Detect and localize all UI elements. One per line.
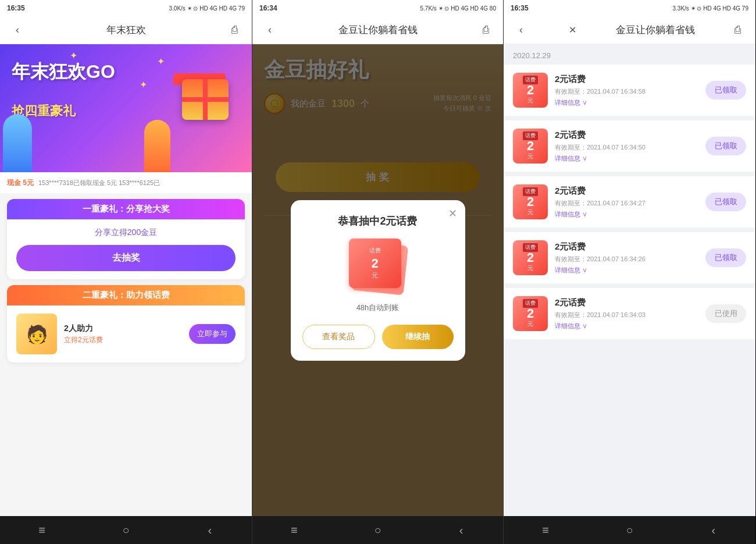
coupon-amount-2: 2 [527, 195, 534, 208]
modal-box: ✕ 恭喜抽中2元话费 话费 2 元 48h自动到账 查看奖品 继续抽 [291, 200, 465, 361]
coupon-list: 话费 2 元 2元话费 有效期至：2021.04.07 16:34:58 详细信… [504, 65, 755, 339]
coupon-expire-1: 有效期至：2021.04.07 16:34:50 [555, 143, 698, 152]
back-nav-icon-2[interactable]: ‹ [451, 524, 472, 537]
coupon-status-1: 已领取 [705, 137, 746, 155]
page-title-3: 金豆让你躺着省钱 [616, 23, 695, 37]
coupon-amount-0: 2 [527, 84, 534, 97]
coupon-card-3[interactable]: 话费 2 元 2元话费 有效期至：2021.04.07 16:34:26 详细信… [504, 232, 755, 283]
nav-bar-1: ‹ 年末狂欢 ⎙ [0, 16, 252, 44]
coupon-info-1: 2元话费 有效期至：2021.04.07 16:34:50 详细信息 ∨ [555, 130, 698, 163]
card-header-1: 一重豪礼：分享抢大奖 [7, 199, 245, 219]
status-bar-3: 16:35 3.3K/s ✶ ⊙ HD 4G HD 4G 79 [504, 0, 755, 16]
back-nav-icon-3[interactable]: ‹ [703, 524, 724, 537]
coupon-title-0: 2元话费 [555, 74, 698, 85]
coupon-card-2[interactable]: 话费 2 元 2元话费 有效期至：2021.04.07 16:34:27 详细信… [504, 176, 755, 227]
prize-card-label: 话费 [369, 247, 381, 255]
person-right [144, 120, 170, 172]
coupon-status-3: 已领取 [705, 248, 746, 267]
home-icon-2[interactable]: ○ [367, 524, 388, 537]
view-prize-button[interactable]: 查看奖品 [302, 325, 375, 349]
coupon-expire-0: 有效期至：2021.04.07 16:34:58 [555, 87, 698, 96]
card-section-2: 二重豪礼：助力领话费 🧑 2人助力 立得2元话费 立即参与 [7, 285, 245, 362]
coupon-unit-2: 元 [527, 208, 533, 216]
home-icon-1[interactable]: ○ [115, 524, 136, 537]
coupon-icon-3: 话费 2 元 [513, 240, 548, 275]
coupon-icon-4: 话费 2 元 [513, 296, 548, 331]
box-body [182, 79, 229, 120]
coupon-title-2: 2元话费 [555, 186, 698, 197]
menu-icon-2[interactable]: ≡ [284, 524, 305, 537]
coupon-detail-3[interactable]: 详细信息 ∨ [555, 266, 698, 275]
coupon-amount-1: 2 [527, 140, 534, 152]
coupon-unit-1: 元 [527, 152, 533, 161]
card-body-2: 🧑 2人助力 立得2元话费 立即参与 [7, 305, 245, 362]
auto-account-text: 48h自动到账 [302, 303, 454, 313]
back-icon-1[interactable]: ‹ [9, 24, 26, 36]
banner-text-main: 年末狂欢GO [12, 61, 115, 83]
status-time-2: 16:34 [259, 4, 277, 12]
back-nav-icon-1[interactable]: ‹ [199, 524, 220, 537]
coupon-title-3: 2元话费 [555, 241, 698, 253]
prize-card-front: 话费 2 元 [349, 239, 401, 288]
share-icon-3[interactable]: ⎙ [730, 24, 746, 36]
coupon-detail-4[interactable]: 详细信息 ∨ [555, 322, 698, 330]
assist-button[interactable]: 立即参与 [189, 324, 236, 344]
card-subtitle-1: 分享立得200金豆 [16, 227, 236, 238]
coupon-expire-3: 有效期至：2021.04.07 16:34:26 [555, 255, 698, 264]
status-bar-2: 16:34 5.7K/s ✶ ⊙ HD 4G HD 4G 80 [252, 0, 503, 16]
star-2: ✦ [140, 79, 147, 90]
scroll-content-2: 金豆抽好礼 🪙 我的金豆 1300 个 抽奖每次消耗 0 金豆 今日可抽奖 ※ … [252, 44, 503, 516]
coupon-tag-1: 话费 [523, 131, 538, 140]
modal-close-icon[interactable]: ✕ [448, 207, 457, 220]
coupon-card-1[interactable]: 话费 2 元 2元话费 有效期至：2021.04.07 16:34:50 详细信… [504, 120, 755, 172]
draw-button-1[interactable]: 去抽奖 [16, 245, 236, 271]
coupon-info-2: 2元话费 有效期至：2021.04.07 16:34:27 详细信息 ∨ [555, 186, 698, 219]
scroll-content-3[interactable]: 2020.12.29 话费 2 元 2元话费 有效期至：2021.04.07 1… [504, 44, 755, 516]
prize-card-unit: 元 [372, 271, 378, 280]
coupon-icon-0: 话费 2 元 [513, 73, 548, 108]
nav-bar-2: ‹ 金豆让你躺着省钱 ⎙ [252, 16, 503, 44]
assist-info: 2人助力 立得2元话费 [64, 323, 182, 345]
assist-count: 2人助力 [64, 323, 182, 334]
bottom-nav-2: ≡ ○ ‹ [252, 516, 503, 544]
assist-reward: 立得2元话费 [64, 335, 182, 345]
coupon-detail-2[interactable]: 详细信息 ∨ [555, 210, 698, 219]
dim-overlay: ✕ 恭喜抽中2元话费 话费 2 元 48h自动到账 查看奖品 继续抽 [252, 44, 503, 516]
status-time-1: 16:35 [7, 4, 25, 12]
coupon-status-0: 已领取 [705, 81, 746, 99]
home-icon-3[interactable]: ○ [619, 524, 640, 537]
coupon-card-0[interactable]: 话费 2 元 2元话费 有效期至：2021.04.07 16:34:58 详细信… [504, 65, 755, 116]
nav-bar-3: ‹ ✕ 金豆让你躺着省钱 ⎙ [504, 16, 755, 44]
share-icon-2[interactable]: ⎙ [477, 24, 494, 36]
coupon-card-4[interactable]: 话费 2 元 2元话费 有效期至：2021.04.07 16:34:03 详细信… [504, 288, 755, 339]
coupon-unit-3: 元 [527, 264, 533, 272]
ticker-text: 153****7318已领取现金 5元 153****6125已 [38, 179, 160, 187]
continue-draw-button[interactable]: 继续抽 [382, 325, 454, 349]
modal-buttons: 查看奖品 继续抽 [302, 325, 454, 349]
share-icon-1[interactable]: ⎙ [226, 24, 243, 36]
coupon-title-1: 2元话费 [555, 130, 698, 141]
back-icon-2[interactable]: ‹ [262, 24, 278, 36]
person-left [3, 114, 32, 172]
menu-icon-1[interactable]: ≡ [31, 524, 52, 537]
status-time-3: 16:35 [511, 4, 529, 12]
prize-card: 话费 2 元 [349, 239, 407, 297]
status-icons-3: 3.3K/s ✶ ⊙ HD 4G HD 4G 79 [673, 5, 749, 12]
menu-icon-3[interactable]: ≡ [535, 524, 556, 537]
status-bar-1: 16:35 3.0K/s ✶ ⊙ HD 4G HD 4G 79 [0, 0, 252, 16]
phone-panel-2: 16:34 5.7K/s ✶ ⊙ HD 4G HD 4G 80 ‹ 金豆让你躺着… [252, 0, 504, 544]
phone-panel-3: 16:35 3.3K/s ✶ ⊙ HD 4G HD 4G 79 ‹ ✕ 金豆让你… [504, 0, 755, 544]
back-icon-3[interactable]: ‹ [513, 24, 529, 36]
close-icon-3[interactable]: ✕ [564, 24, 580, 35]
coupon-icon-1: 话费 2 元 [513, 129, 548, 163]
coupon-icon-2: 话费 2 元 [513, 184, 548, 219]
person-illustration: 🧑 [16, 314, 57, 354]
date-header: 2020.12.29 [504, 44, 755, 65]
coupon-unit-4: 元 [527, 320, 533, 328]
star-1: ✦ [157, 56, 165, 67]
coupon-detail-1[interactable]: 详细信息 ∨ [555, 154, 698, 163]
coupon-detail-0[interactable]: 详细信息 ∨ [555, 98, 698, 107]
card-header-2: 二重豪礼：助力领话费 [7, 285, 245, 305]
coupon-status-2: 已领取 [705, 193, 746, 211]
scroll-content-1: 年末狂欢GO 抢四重豪礼 ✦ ✦ ✦ 现金 5元 [0, 44, 252, 516]
